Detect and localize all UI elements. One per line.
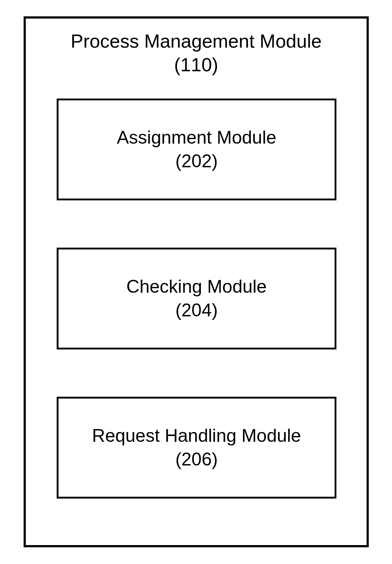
assignment-module-label: Assignment Module (202) <box>117 126 276 173</box>
assignment-module-ref: (202) <box>175 151 218 171</box>
assignment-module-box: Assignment Module (202) <box>57 99 336 200</box>
process-management-module-box: Process Management Module (110) Assignme… <box>24 16 369 547</box>
outer-title: Process Management Module (110) <box>26 29 367 77</box>
outer-title-line2: (110) <box>174 54 218 75</box>
request-handling-module-box: Request Handling Module (206) <box>57 397 336 499</box>
checking-module-box: Checking Module (204) <box>57 248 336 349</box>
checking-module-title: Checking Module <box>126 276 267 297</box>
outer-title-line1: Process Management Module <box>71 31 322 52</box>
request-handling-module-ref: (206) <box>175 449 218 469</box>
assignment-module-title: Assignment Module <box>117 127 276 148</box>
request-handling-module-label: Request Handling Module (206) <box>92 424 301 471</box>
request-handling-module-title: Request Handling Module <box>92 425 301 446</box>
checking-module-label: Checking Module (204) <box>126 275 267 322</box>
checking-module-ref: (204) <box>175 300 218 320</box>
